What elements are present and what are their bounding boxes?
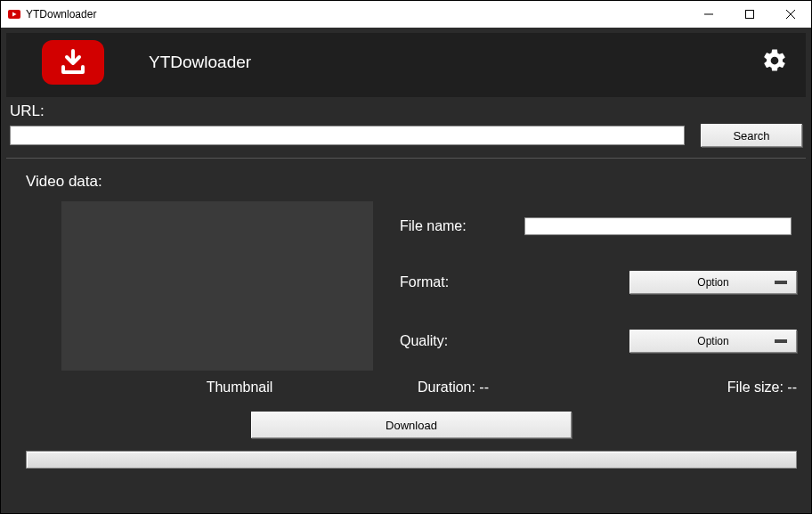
form-column: File name: Format: Option Quality: [400, 201, 797, 371]
app-window: YTDownloader [0, 0, 812, 514]
thumbnail-label: Thumbnail [61, 379, 418, 396]
search-button[interactable]: Search [701, 124, 802, 147]
video-data-section: Video data: File name: Format: [6, 159, 806, 508]
download-icon [58, 47, 88, 78]
gear-icon [761, 47, 788, 74]
dropdown-marker-icon [775, 281, 787, 284]
quality-select[interactable]: Option [629, 330, 797, 353]
video-body: File name: Format: Option Quality: [26, 201, 797, 371]
app-title: YTDowloader [149, 53, 251, 72]
svg-rect-3 [746, 11, 754, 19]
titlebar: YTDownloader [1, 1, 811, 28]
settings-button[interactable] [761, 47, 788, 78]
close-icon [786, 10, 795, 19]
info-row: Thumbnail Duration: -- File size: -- [26, 379, 797, 396]
filesize-label: File size: -- [727, 379, 797, 396]
filename-row: File name: [400, 217, 797, 235]
download-row: Download [26, 412, 797, 438]
app-header: YTDowloader [6, 33, 806, 97]
close-button[interactable] [770, 1, 811, 28]
url-input[interactable] [10, 126, 685, 145]
format-row: Format: Option [400, 271, 797, 294]
duration-label: Duration: -- [418, 379, 727, 396]
quality-select-label: Option [697, 335, 728, 347]
window-title: YTDownloader [26, 8, 96, 20]
titlebar-left: YTDownloader [1, 8, 96, 20]
app-icon [8, 8, 20, 20]
download-button[interactable]: Download [251, 412, 572, 438]
client-area: YTDowloader URL: Search Video data: [1, 28, 811, 513]
minimize-button[interactable] [688, 1, 729, 28]
maximize-button[interactable] [729, 1, 770, 28]
minimize-icon [704, 10, 713, 19]
filename-label: File name: [400, 218, 524, 234]
video-data-label: Video data: [26, 173, 797, 191]
url-row: Search [10, 124, 802, 147]
quality-row: Quality: Option [400, 330, 797, 353]
progress-bar [26, 451, 797, 469]
thumbnail-placeholder [61, 201, 373, 371]
thumbnail-column [61, 201, 373, 371]
format-select-label: Option [697, 276, 728, 289]
header-left: YTDowloader [42, 40, 251, 85]
format-select[interactable]: Option [629, 271, 797, 294]
inner-panel: YTDowloader URL: Search Video data: [6, 33, 806, 508]
maximize-icon [745, 10, 754, 19]
format-label: Format: [400, 274, 629, 290]
url-label: URL: [10, 102, 802, 120]
url-section: URL: Search [6, 97, 806, 159]
filename-input[interactable] [524, 217, 792, 235]
dropdown-marker-icon [775, 339, 787, 343]
logo [42, 40, 104, 85]
titlebar-controls [688, 1, 811, 28]
quality-label: Quality: [400, 333, 629, 349]
